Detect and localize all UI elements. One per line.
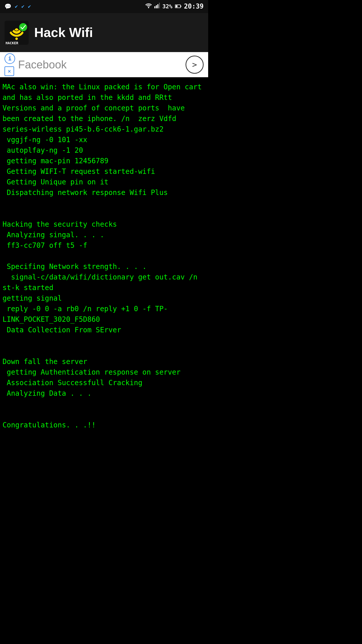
- wifi-icon: [145, 3, 152, 11]
- svg-point-0: [148, 7, 149, 8]
- svg-text:HACKER: HACKER: [6, 41, 18, 45]
- svg-rect-2: [156, 5, 157, 8]
- app-bar: HACKER Hack Wifi: [0, 13, 208, 52]
- status-bar: 💬 ✔ ✔ ✔ 32%: [0, 0, 208, 13]
- status-left-icons: 💬 ✔ ✔ ✔: [5, 3, 31, 11]
- ad-banner[interactable]: i ✕ Facebook >: [0, 52, 208, 77]
- signal-icon: [154, 3, 160, 11]
- terminal-output: MAc also win: the Linux packed is for Op…: [0, 77, 208, 440]
- ad-info-icon[interactable]: i: [5, 53, 15, 64]
- check3-icon: ✔: [28, 3, 31, 10]
- ad-facebook-label: Facebook: [18, 57, 67, 73]
- svg-rect-3: [157, 4, 158, 8]
- svg-rect-7: [175, 5, 177, 7]
- status-right-icons: 32% 20:39: [145, 2, 204, 11]
- ad-left-section: i ✕ Facebook: [5, 53, 67, 76]
- messenger-icon: 💬: [5, 3, 11, 11]
- app-logo: HACKER: [5, 21, 29, 45]
- check1-icon: ✔: [15, 3, 18, 10]
- svg-rect-1: [154, 6, 155, 8]
- battery-icon: [175, 3, 182, 11]
- svg-point-10: [19, 23, 27, 31]
- svg-rect-4: [159, 3, 160, 8]
- ad-close-icon[interactable]: ✕: [5, 66, 14, 76]
- ad-arrow-button[interactable]: >: [186, 56, 204, 74]
- time-display: 20:39: [184, 2, 204, 11]
- check2-icon: ✔: [21, 3, 24, 10]
- app-title: Hack Wifi: [34, 23, 93, 42]
- battery-percent: 32%: [162, 3, 172, 11]
- svg-rect-6: [180, 6, 181, 7]
- svg-point-9: [15, 37, 18, 40]
